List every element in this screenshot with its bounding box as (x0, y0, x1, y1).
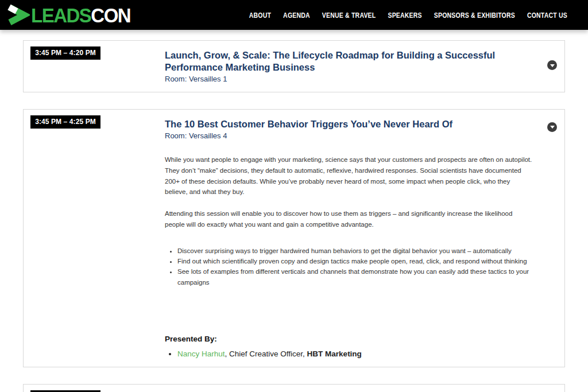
session-main-column: Launch, Grow, & Scale: The Lifecycle Roa… (165, 41, 564, 92)
session-room: Room: Versailles 1 (165, 75, 532, 84)
session-title[interactable]: Launch, Grow, & Scale: The Lifecycle Roa… (165, 49, 509, 73)
leadscon-logo-link[interactable]: LEADSCON (6, 3, 130, 27)
session-takeaways-list: Discover surprising ways to trigger hard… (165, 246, 532, 288)
presenter-name-link[interactable]: Nancy Harhut (177, 350, 225, 358)
presenter-role: , Chief Creative Officer, (225, 350, 307, 358)
session-description: While you want people to engage with you… (165, 154, 532, 230)
takeaway-item: Discover surprising ways to trigger hard… (177, 246, 532, 256)
site-header: LEADSCON ABOUT AGENDA VENUE & TRAVEL SPE… (0, 0, 588, 30)
presented-by-label: Presented By: (165, 335, 532, 343)
expand-session-icon[interactable] (547, 122, 557, 132)
nav-item-agenda[interactable]: AGENDA (283, 11, 310, 19)
session-main-column: The 10 Best Customer Behavior Triggers Y… (165, 110, 564, 367)
session-time-badge: 3:45 PM – 4:25 PM (30, 115, 100, 129)
session-card: 4:30 PM – 5:15 PM Tapping Into Empathy T… (23, 384, 565, 392)
nav-item-contact-us[interactable]: CONTACT US (527, 11, 567, 19)
nav-item-speakers[interactable]: SPEAKERS (388, 11, 421, 19)
presenter-list: Nancy Harhut, Chief Creative Officer, HB… (165, 349, 532, 359)
logo-wordmark: LEADSCON (31, 5, 130, 25)
takeaway-item: Find out which scientifically proven cop… (177, 256, 532, 266)
presenter-company: HBT Marketing (307, 350, 362, 358)
session-title[interactable]: The 10 Best Customer Behavior Triggers Y… (165, 118, 509, 130)
nav-item-sponsors-exhibitors[interactable]: SPONSORS & EXHIBITORS (434, 11, 515, 19)
agenda-list: 3:45 PM – 4:20 PM Launch, Grow, & Scale:… (0, 30, 588, 392)
logo-text-leads: LEADS (31, 3, 91, 26)
main-nav: ABOUT AGENDA VENUE & TRAVEL SPEAKERS SPO… (249, 11, 567, 18)
leadscon-chevron-icon (6, 3, 31, 27)
session-card: 3:45 PM – 4:25 PM The 10 Best Customer B… (23, 109, 565, 367)
session-room: Room: Versailles 4 (165, 131, 532, 141)
nav-item-venue-travel[interactable]: VENUE & TRAVEL (322, 11, 376, 19)
session-main-column: Tapping Into Empathy To Drive LTV: How A… (165, 385, 564, 392)
session-time-column: 3:45 PM – 4:20 PM (24, 41, 165, 92)
nav-item-about[interactable]: ABOUT (249, 11, 271, 19)
expand-session-icon[interactable] (547, 60, 557, 70)
description-paragraph: While you want people to engage with you… (165, 154, 532, 197)
session-time-column: 3:45 PM – 4:25 PM (24, 110, 165, 367)
session-card: 3:45 PM – 4:20 PM Launch, Grow, & Scale:… (23, 40, 565, 92)
session-time-column: 4:30 PM – 5:15 PM (24, 385, 165, 392)
logo-text-con: CON (91, 3, 130, 26)
description-paragraph: Attending this session will enable you t… (165, 208, 532, 230)
presenter-item: Nancy Harhut, Chief Creative Officer, HB… (177, 349, 532, 359)
session-time-badge: 3:45 PM – 4:20 PM (30, 46, 100, 60)
takeaway-item: See lots of examples from different vert… (177, 266, 532, 287)
presented-by-section: Presented By: Nancy Harhut, Chief Creati… (165, 335, 532, 359)
